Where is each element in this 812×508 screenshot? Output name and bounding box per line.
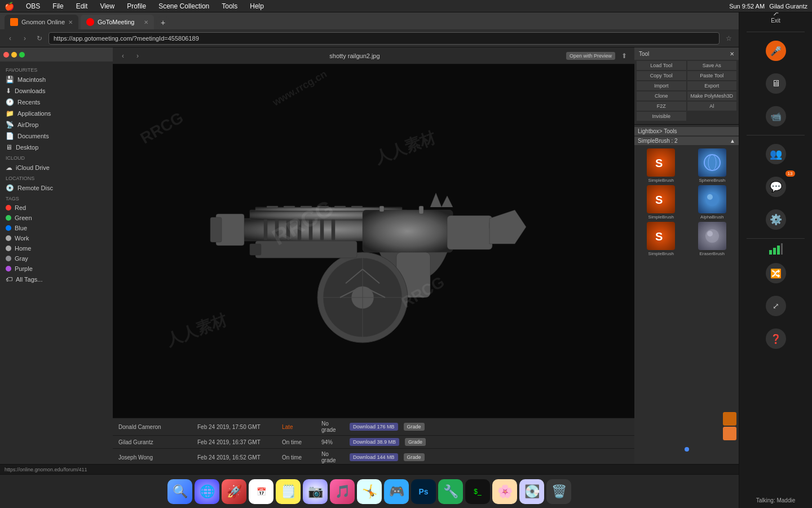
menu-view[interactable]: View [97,2,117,10]
dock-itunes[interactable]: 🎵 [330,479,355,504]
dock-app2[interactable]: 🔧 [438,479,463,504]
grade-btn-donald[interactable]: Grade [404,423,425,431]
menu-scene-collection[interactable]: Scene Collection [156,2,212,10]
locations-label: Locations [0,173,113,182]
window-close[interactable] [3,52,9,58]
zb-import[interactable]: Import [637,81,686,90]
zb-simplebrush-label: SimpleBrush : 2 [638,138,678,144]
signal-bars [769,243,783,255]
zb-brush-alpha[interactable]: AlphaBrush [688,185,737,220]
dock-finder2[interactable]: 💽 [519,479,544,504]
finder-tag-home[interactable]: Home [0,243,113,253]
menu-obs[interactable]: OBS [23,2,43,10]
refresh-button[interactable]: ↻ [34,33,45,44]
menu-help[interactable]: Help [247,2,267,10]
tab-gnomon[interactable]: Gnomon Online ✕ [5,15,78,29]
finder-tag-work[interactable]: Work [0,233,113,243]
zb-f2z[interactable]: F2Z [637,102,686,111]
tab-gotomeeting[interactable]: GoToMeeting ✕ [81,15,154,29]
preview-back[interactable]: ‹ [117,50,129,62]
apple-menu[interactable]: 🍎 [5,2,14,11]
dock-finder[interactable]: 🔍 [167,479,192,504]
zb-paste-tool[interactable]: Paste Tool [687,71,737,80]
color-swatch-orange[interactable] [723,412,736,426]
screen-share-button[interactable]: 🖥 [759,69,793,98]
window-maximize[interactable] [19,52,25,58]
dock-photos[interactable]: 📷 [303,479,328,504]
grade-btn-gilad[interactable]: Grade [405,438,426,446]
zb-brush-simple2[interactable]: S SimpleBrush [637,185,686,220]
zb-brush-eraser[interactable]: EraserBrush [688,222,737,256]
address-bar[interactable]: https://app.gotomeeting.com/?meetingId=4… [48,32,720,45]
chat-button[interactable]: 💬 13 [759,173,793,201]
browser-nav-bar: ‹ › ↻ https://app.gotomeeting.com/?meeti… [0,29,739,47]
zb-brush-simple[interactable]: S SimpleBrush [637,148,686,183]
back-button[interactable]: ‹ [5,33,16,44]
zbrush-close[interactable]: ✕ [730,51,734,57]
finder-remote[interactable]: 💿 Remote Disc [0,182,113,194]
finder-tag-gray[interactable]: Gray [0,253,113,264]
zb-export[interactable]: Export [687,81,737,90]
camera-button[interactable]: 📹 [759,102,793,130]
finder-airdrop[interactable]: 📡 AirDrop [0,119,113,130]
finder-tag-purple[interactable]: Purple [0,264,113,274]
dock-terminal[interactable]: $_ [465,479,490,504]
zb-make-polymesh[interactable]: Make PolyMesh3D [687,91,737,100]
zb-save-as[interactable]: Save As [687,61,737,70]
zb-brush-sphere[interactable]: SphereBrush [688,148,737,183]
download-gilad[interactable]: Download 38.9 MB [350,438,399,446]
menu-tools[interactable]: Tools [219,2,240,10]
new-tab-button[interactable]: + [156,16,170,29]
finder-downloads[interactable]: ⬇ Downloads [0,85,113,97]
dock-calendar[interactable]: 📅 [249,479,273,504]
preview-forward[interactable]: › [132,50,143,62]
menu-file[interactable]: File [50,2,66,10]
tab-gnomon-close[interactable]: ✕ [68,19,73,25]
finder-macintosh[interactable]: 💾 Macintosh [0,74,113,85]
zb-clone[interactable]: Clone [637,91,686,100]
menu-edit[interactable]: Edit [73,2,91,10]
dock-trash[interactable]: 🗑️ [546,479,571,504]
dock-photoshop[interactable]: Ps [411,479,436,504]
zb-brush-simple3[interactable]: S SimpleBrush [637,222,686,256]
zb-invisible[interactable]: Invisible [637,112,686,121]
menu-profile[interactable]: Profile [124,2,149,10]
finder-tag-all[interactable]: 🏷 All Tags... [0,274,113,285]
finder-recents[interactable]: 🕐 Recents [0,97,113,108]
share-button[interactable]: ⬆ [619,50,630,62]
color-swatch-light-orange[interactable] [723,427,736,440]
finder-applications[interactable]: 📁 Applications [0,108,113,119]
student-name-gilad: Gilad Gurantz [118,439,192,445]
help-button[interactable]: ❓ [759,325,793,353]
zb-load-tool[interactable]: Load Tool [637,61,686,70]
zb-copy-tool[interactable]: Copy Tool [637,71,686,80]
dock-notes[interactable]: 🗒️ [276,479,301,504]
download-joseph[interactable]: Download 144 MB [350,453,398,461]
dock-siri[interactable]: 🌐 [195,479,219,504]
finder-icloud-drive[interactable]: ☁ iCloud Drive [0,162,113,173]
svg-rect-52 [777,246,780,255]
grade-btn-joseph[interactable]: Grade [404,453,425,461]
open-with-preview-button[interactable]: Open with Preview [566,52,615,60]
forward-button[interactable]: › [19,33,30,44]
finder-tag-blue[interactable]: Blue [0,223,113,233]
download-donald[interactable]: Download 176 MB [350,423,398,431]
window-minimize[interactable] [11,52,17,58]
dock-app1[interactable]: 🎮 [384,479,409,504]
settings-button[interactable]: ⚙️ [759,205,793,234]
dock-launchpad[interactable]: 🚀 [222,479,246,504]
dock-app3[interactable]: 🌸 [492,479,517,504]
tab-gotomeeting-close[interactable]: ✕ [144,19,148,25]
zb-al[interactable]: Al [687,102,737,111]
expand-button[interactable]: ⤢ [759,292,793,320]
finder-tag-green[interactable]: Green [0,213,113,223]
finder-desktop[interactable]: 🖥 Desktop [0,142,113,153]
finder-tag-red[interactable]: Red [0,203,113,213]
zb-simplebrush-title[interactable]: SimpleBrush : 2 ▲ [634,137,739,145]
shuffle-button[interactable]: 🔀 [759,259,793,287]
people-button[interactable]: 👥 [759,140,793,168]
bookmark-button[interactable]: ☆ [723,33,734,44]
finder-documents[interactable]: 📄 Documents [0,130,113,142]
dock-activity[interactable]: 🤸 [357,479,382,504]
mic-button[interactable]: 🎤 [759,37,793,65]
